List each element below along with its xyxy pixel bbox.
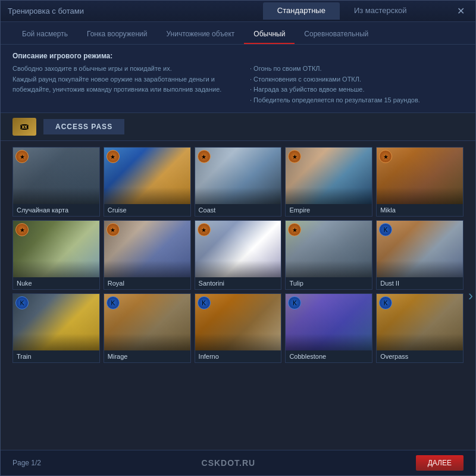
mode-tab-casual[interactable]: Обычный <box>244 25 295 44</box>
map-label-random: Случайная карта <box>13 204 99 216</box>
map-label-nuke: Nuke <box>13 277 99 289</box>
page-info: Page 1/2 <box>12 459 41 467</box>
map-card-dust2[interactable]: KDust II <box>376 220 464 290</box>
map-card-tulip[interactable]: ★Tulip <box>285 220 372 290</box>
map-label-mirage: Mirage <box>104 350 190 362</box>
map-label-train: Train <box>13 350 99 362</box>
map-card-nuke[interactable]: ★Nuke <box>12 220 100 290</box>
top-tab-standard[interactable]: Стандартные <box>263 2 340 20</box>
map-card-empire[interactable]: ★Empire <box>285 147 372 217</box>
mode-tab-competitive[interactable]: Соревновательный <box>295 25 378 44</box>
map-card-cobblestone[interactable]: KCobblestone <box>285 293 372 363</box>
map-card-random[interactable]: ★Случайная карта <box>12 147 100 217</box>
map-label-royal: Royal <box>104 277 190 289</box>
map-card-inferno[interactable]: KInferno <box>195 293 282 363</box>
map-label-santorini: Santorini <box>195 277 281 289</box>
map-card-mikla[interactable]: ★Mikla <box>376 147 464 217</box>
map-label-coast: Coast <box>195 204 281 216</box>
window-title: Тренировка с ботами <box>8 7 231 15</box>
access-pass-icon: 🎟 <box>12 118 36 136</box>
mode-tab-arms_race[interactable]: Гонка вооружений <box>77 25 157 44</box>
mode-tab-demolition[interactable]: Уничтожение объект <box>156 25 244 44</box>
mode-tab-bar: Бой насмертьГонка вооруженийУничтожение … <box>1 22 475 45</box>
maps-grid: ★Случайная карта★Cruise★Coast★Empire★Mik… <box>12 147 464 363</box>
description-right: · Огонь по своим ОТКЛ. · Столкновения с … <box>250 64 464 105</box>
map-label-inferno: Inferno <box>195 350 281 362</box>
map-label-mikla: Mikla <box>377 204 463 216</box>
map-badge-coast: ★ <box>198 150 211 163</box>
map-label-tulip: Tulip <box>286 277 372 289</box>
map-card-train[interactable]: KTrain <box>12 293 100 363</box>
description-content: Свободно заходите в обычные игры и покид… <box>12 64 464 105</box>
map-card-coast[interactable]: ★Coast <box>195 147 282 217</box>
map-label-cobblestone: Cobblestone <box>286 350 372 362</box>
map-card-mirage[interactable]: KMirage <box>104 293 191 363</box>
description-title: Описание игрового режима: <box>12 52 464 60</box>
close-button[interactable]: ✕ <box>453 5 468 17</box>
map-badge-santorini: ★ <box>198 223 211 236</box>
map-card-overpass[interactable]: KOverpass <box>376 293 464 363</box>
top-tab-workshop[interactable]: Из мастерской <box>340 2 421 20</box>
top-tab-bar: СтандартныеИз мастерской <box>231 2 454 20</box>
mode-tab-deathmatch[interactable]: Бой насмерть <box>12 25 77 44</box>
map-card-cruise[interactable]: ★Cruise <box>104 147 191 217</box>
map-label-cruise: Cruise <box>104 204 190 216</box>
map-label-dust2: Dust II <box>377 277 463 289</box>
title-bar: Тренировка с ботами СтандартныеИз мастер… <box>1 1 475 22</box>
desc-right-text: · Огонь по своим ОТКЛ. · Столкновения с … <box>250 64 464 105</box>
map-badge-inferno: K <box>198 296 211 309</box>
description-area: Описание игрового режима: Свободно заход… <box>1 45 475 113</box>
bottom-bar: Page 1/2 CSKDOT.RU ДАЛЕЕ <box>1 450 475 475</box>
main-window: Тренировка с ботами СтандартныеИз мастер… <box>0 0 476 476</box>
map-card-santorini[interactable]: ★Santorini <box>195 220 282 290</box>
scroll-right-arrow[interactable]: › <box>468 287 473 304</box>
description-left: Свободно заходите в обычные игры и покид… <box>12 64 226 105</box>
map-label-overpass: Overpass <box>377 350 463 362</box>
watermark: CSKDOT.RU <box>202 458 256 468</box>
next-button[interactable]: ДАЛЕЕ <box>416 455 464 471</box>
maps-area: ★Случайная карта★Cruise★Coast★Empire★Mik… <box>1 141 475 450</box>
access-pass-label[interactable]: ACCESS PASS <box>43 119 124 134</box>
map-card-royal[interactable]: ★Royal <box>104 220 191 290</box>
map-label-empire: Empire <box>286 204 372 216</box>
desc-left-text: Свободно заходите в обычные игры и покид… <box>12 64 226 95</box>
access-pass-bar: 🎟 ACCESS PASS <box>1 113 475 141</box>
